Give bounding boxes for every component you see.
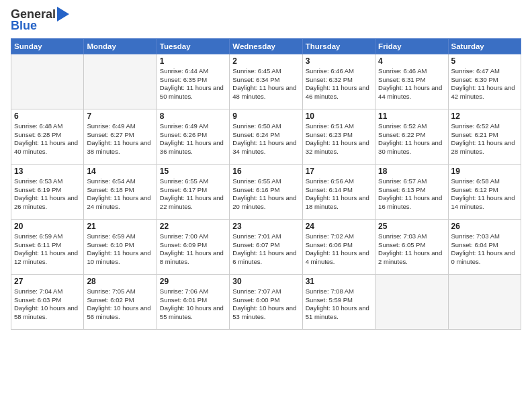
calendar-cell: 27Sunrise: 7:04 AMSunset: 6:03 PMDayligh… xyxy=(11,274,84,329)
sunset-text: Sunset: 6:13 PM xyxy=(378,186,425,193)
daylight-text: Daylight: 11 hours and 42 minutes. xyxy=(451,84,515,100)
sunrise-text: Sunrise: 6:54 AM xyxy=(87,177,135,185)
sun-info: Sunrise: 6:50 AMSunset: 6:24 PMDaylight:… xyxy=(232,122,299,156)
calendar-cell: 2Sunrise: 6:45 AMSunset: 6:34 PMDaylight… xyxy=(230,54,302,109)
sunset-text: Sunset: 6:16 PM xyxy=(232,186,279,193)
calendar-cell: 15Sunrise: 6:55 AMSunset: 6:17 PMDayligh… xyxy=(157,164,229,219)
daylight-text: Daylight: 11 hours and 44 minutes. xyxy=(378,84,442,100)
sunset-text: Sunset: 6:19 PM xyxy=(14,186,61,193)
day-number: 24 xyxy=(306,222,372,231)
day-number: 14 xyxy=(87,167,153,176)
sun-info: Sunrise: 7:08 AMSunset: 5:59 PMDaylight:… xyxy=(306,287,372,322)
calendar-cell xyxy=(11,54,84,109)
sunset-text: Sunset: 6:32 PM xyxy=(306,76,353,83)
day-number: 30 xyxy=(232,277,299,286)
sunrise-text: Sunrise: 6:56 AM xyxy=(306,177,354,185)
daylight-text: Daylight: 11 hours and 14 minutes. xyxy=(451,194,515,210)
calendar-week-row: 20Sunrise: 6:59 AMSunset: 6:11 PMDayligh… xyxy=(11,219,521,274)
sunset-text: Sunset: 6:14 PM xyxy=(306,186,353,193)
calendar-cell: 9Sunrise: 6:50 AMSunset: 6:24 PMDaylight… xyxy=(230,109,302,164)
day-number: 13 xyxy=(14,167,81,176)
sunrise-text: Sunrise: 6:55 AM xyxy=(160,177,208,185)
page: General Blue Sunday Monday T xyxy=(0,0,532,411)
sunrise-text: Sunrise: 6:46 AM xyxy=(378,67,427,75)
sun-info: Sunrise: 6:53 AMSunset: 6:19 PMDaylight:… xyxy=(14,177,81,212)
sunrise-text: Sunrise: 7:03 AM xyxy=(378,232,427,240)
sun-info: Sunrise: 6:44 AMSunset: 6:35 PMDaylight:… xyxy=(160,67,226,101)
header: General Blue xyxy=(11,8,521,33)
calendar-cell: 13Sunrise: 6:53 AMSunset: 6:19 PMDayligh… xyxy=(11,164,84,219)
daylight-text: Daylight: 10 hours and 58 minutes. xyxy=(14,304,78,320)
logo-blue-text: Blue xyxy=(11,19,69,33)
sun-info: Sunrise: 6:49 AMSunset: 6:26 PMDaylight:… xyxy=(160,122,226,156)
sunset-text: Sunset: 6:03 PM xyxy=(14,296,61,304)
calendar-cell: 10Sunrise: 6:51 AMSunset: 6:23 PMDayligh… xyxy=(302,109,375,164)
day-number: 27 xyxy=(14,277,81,286)
sun-info: Sunrise: 6:51 AMSunset: 6:23 PMDaylight:… xyxy=(306,122,372,156)
sun-info: Sunrise: 7:00 AMSunset: 6:09 PMDaylight:… xyxy=(160,232,226,267)
calendar-cell: 25Sunrise: 7:03 AMSunset: 6:05 PMDayligh… xyxy=(375,219,448,274)
sunrise-text: Sunrise: 6:55 AM xyxy=(232,177,281,185)
sunset-text: Sunset: 6:09 PM xyxy=(160,241,207,248)
daylight-text: Daylight: 11 hours and 20 minutes. xyxy=(232,194,296,210)
calendar-cell: 11Sunrise: 6:52 AMSunset: 6:22 PMDayligh… xyxy=(375,109,448,164)
day-number: 15 xyxy=(160,167,226,176)
calendar-cell: 30Sunrise: 7:07 AMSunset: 6:00 PMDayligh… xyxy=(230,274,302,329)
logo: General Blue xyxy=(11,8,69,33)
calendar-cell: 22Sunrise: 7:00 AMSunset: 6:09 PMDayligh… xyxy=(157,219,229,274)
sun-info: Sunrise: 6:46 AMSunset: 6:32 PMDaylight:… xyxy=(306,67,372,101)
sunrise-text: Sunrise: 6:59 AM xyxy=(87,232,135,240)
daylight-text: Daylight: 11 hours and 4 minutes. xyxy=(306,249,369,265)
sunset-text: Sunset: 6:35 PM xyxy=(160,76,207,83)
day-number: 6 xyxy=(14,111,81,121)
calendar-cell: 21Sunrise: 6:59 AMSunset: 6:10 PMDayligh… xyxy=(84,219,157,274)
sunrise-text: Sunrise: 7:06 AM xyxy=(160,287,208,295)
day-number: 20 xyxy=(14,222,81,231)
daylight-text: Daylight: 10 hours and 56 minutes. xyxy=(87,304,150,320)
day-number: 12 xyxy=(451,111,518,121)
sun-info: Sunrise: 7:02 AMSunset: 6:06 PMDaylight:… xyxy=(306,232,372,267)
sunrise-text: Sunrise: 6:52 AM xyxy=(451,122,500,130)
sunrise-text: Sunrise: 7:04 AM xyxy=(14,287,62,295)
day-number: 23 xyxy=(232,222,299,231)
daylight-text: Daylight: 11 hours and 50 minutes. xyxy=(160,84,224,100)
calendar-week-row: 27Sunrise: 7:04 AMSunset: 6:03 PMDayligh… xyxy=(11,274,521,329)
sun-info: Sunrise: 6:57 AMSunset: 6:13 PMDaylight:… xyxy=(378,177,445,212)
daylight-text: Daylight: 11 hours and 48 minutes. xyxy=(232,84,296,100)
calendar-cell: 5Sunrise: 6:47 AMSunset: 6:30 PMDaylight… xyxy=(448,54,521,109)
sunrise-text: Sunrise: 7:02 AM xyxy=(306,232,354,240)
calendar-table: Sunday Monday Tuesday Wednesday Thursday… xyxy=(11,38,521,330)
sun-info: Sunrise: 6:58 AMSunset: 6:12 PMDaylight:… xyxy=(451,177,518,212)
daylight-text: Daylight: 10 hours and 51 minutes. xyxy=(306,304,369,320)
calendar-cell: 4Sunrise: 6:46 AMSunset: 6:31 PMDaylight… xyxy=(375,54,448,109)
sun-info: Sunrise: 6:46 AMSunset: 6:31 PMDaylight:… xyxy=(378,67,445,101)
day-number: 1 xyxy=(160,56,226,66)
sunset-text: Sunset: 6:22 PM xyxy=(378,131,425,138)
sun-info: Sunrise: 7:03 AMSunset: 6:05 PMDaylight:… xyxy=(378,232,445,267)
sunset-text: Sunset: 6:07 PM xyxy=(232,241,279,248)
sunset-text: Sunset: 6:34 PM xyxy=(232,76,279,83)
calendar-week-row: 13Sunrise: 6:53 AMSunset: 6:19 PMDayligh… xyxy=(11,164,521,219)
sunset-text: Sunset: 6:21 PM xyxy=(451,131,498,138)
sunrise-text: Sunrise: 6:45 AM xyxy=(232,67,281,75)
daylight-text: Daylight: 11 hours and 36 minutes. xyxy=(160,139,224,155)
daylight-text: Daylight: 10 hours and 53 minutes. xyxy=(232,304,296,320)
daylight-text: Daylight: 11 hours and 46 minutes. xyxy=(306,84,369,100)
sunset-text: Sunset: 6:18 PM xyxy=(87,186,134,193)
sunrise-text: Sunrise: 6:46 AM xyxy=(306,67,354,75)
col-monday: Monday xyxy=(84,38,157,54)
day-number: 7 xyxy=(87,111,153,121)
sunset-text: Sunset: 6:31 PM xyxy=(378,76,425,83)
calendar-cell: 23Sunrise: 7:01 AMSunset: 6:07 PMDayligh… xyxy=(230,219,302,274)
sun-info: Sunrise: 6:48 AMSunset: 6:28 PMDaylight:… xyxy=(14,122,81,156)
calendar-cell xyxy=(84,54,157,109)
daylight-text: Daylight: 11 hours and 16 minutes. xyxy=(378,194,442,210)
calendar-cell: 20Sunrise: 6:59 AMSunset: 6:11 PMDayligh… xyxy=(11,219,84,274)
sunrise-text: Sunrise: 7:07 AM xyxy=(232,287,281,295)
sunset-text: Sunset: 6:23 PM xyxy=(306,131,353,138)
day-number: 19 xyxy=(451,167,518,176)
sunset-text: Sunset: 6:06 PM xyxy=(306,241,353,248)
sunrise-text: Sunrise: 7:00 AM xyxy=(160,232,208,240)
col-tuesday: Tuesday xyxy=(157,38,229,54)
sunrise-text: Sunrise: 6:52 AM xyxy=(378,122,427,130)
